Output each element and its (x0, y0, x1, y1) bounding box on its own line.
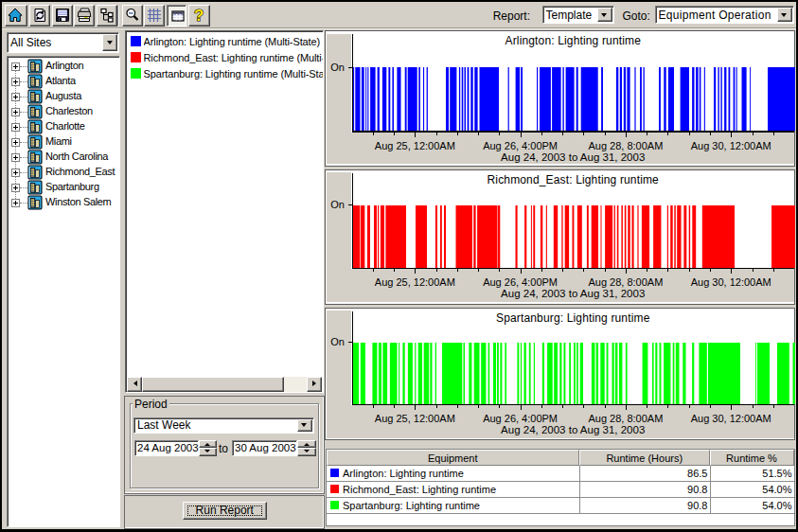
svg-text:?: ? (194, 8, 204, 23)
